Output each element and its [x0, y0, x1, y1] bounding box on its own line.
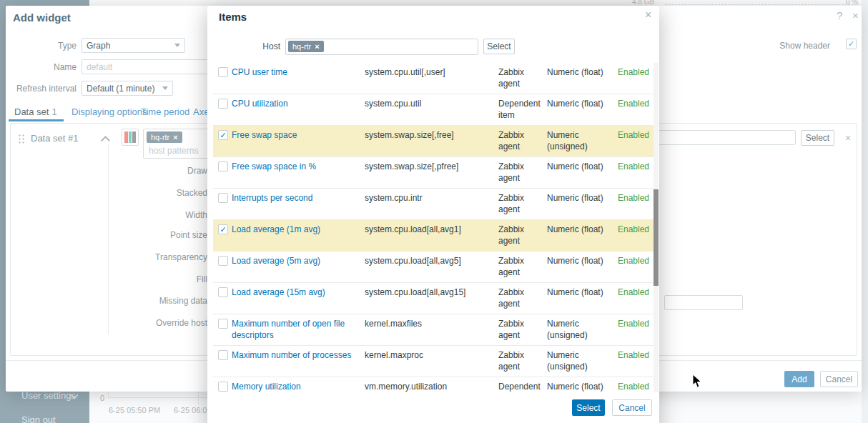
type-select[interactable]: Graph	[82, 38, 185, 53]
item-status: Enabled	[606, 381, 649, 392]
host-tag-label: hq-rtr	[151, 133, 169, 141]
dataset-row-label: Draw	[11, 166, 207, 176]
scrollbar-thumb[interactable]	[654, 189, 659, 286]
item-key: system.cpu.util[,user]	[365, 66, 495, 78]
item-checkbox[interactable]: ✓	[218, 130, 228, 140]
dataset-row-label: Stacked	[11, 188, 207, 198]
item-status: Enabled	[606, 98, 649, 109]
table-row: Free swap space in % system.swap.size[,p…	[213, 157, 654, 189]
dataset-row-label: Fill	[11, 274, 207, 284]
item-checkbox[interactable]	[218, 319, 228, 329]
chevron-down-icon	[174, 44, 180, 47]
item-name-link[interactable]: Maximum number of processes	[232, 349, 355, 361]
item-agent-type: Zabbix agent	[498, 224, 543, 247]
add-button[interactable]: Add	[784, 371, 814, 387]
tab-time-period[interactable]: Time period	[141, 106, 189, 117]
swatch-stripe	[124, 131, 128, 143]
name-input[interactable]	[82, 59, 226, 74]
item-checkbox[interactable]	[218, 67, 228, 77]
cancel-button[interactable]: Cancel	[820, 371, 858, 387]
chevron-up-icon[interactable]	[102, 136, 109, 142]
item-key: system.cpu.intr	[365, 192, 495, 204]
item-name-link[interactable]: Maximum number of open file descriptors	[232, 318, 355, 341]
host-tag-label: hq-rtr	[292, 42, 311, 51]
items-modal: Items × Host hq-rtr × Select CPU user ti…	[207, 6, 659, 423]
table-row: CPU utilization system.cpu.util Dependen…	[213, 94, 654, 126]
select-button[interactable]: Select	[572, 399, 605, 416]
tab-badge: 1	[51, 106, 56, 117]
table-row: CPU user time system.cpu.util[,user] Zab…	[213, 63, 654, 94]
name-label: Name	[9, 62, 77, 72]
tab-label: Data set	[14, 106, 49, 117]
table-row: Load average (5m avg) system.cpu.load[al…	[213, 252, 654, 283]
item-agent-type: Zabbix agent	[498, 349, 543, 372]
item-checkbox[interactable]	[218, 161, 228, 171]
item-name-link[interactable]: Interrupts per second	[232, 192, 355, 204]
item-value-type: Numeric (float)	[547, 192, 608, 204]
override-host-input[interactable]	[664, 295, 743, 310]
item-name-link[interactable]: CPU user time	[232, 66, 355, 78]
item-name-link[interactable]: CPU utilization	[232, 98, 355, 109]
help-icon[interactable]: ?	[837, 10, 842, 21]
item-key: system.cpu.load[all,avg5]	[365, 255, 495, 267]
item-checkbox[interactable]	[218, 382, 228, 392]
cancel-button[interactable]: Cancel	[612, 399, 652, 416]
refresh-interval-value: Default (1 minute)	[87, 84, 154, 94]
modal-title: Items	[219, 11, 247, 23]
item-name-link[interactable]: Memory utilization	[232, 381, 355, 392]
table-row: ✓ Free swap space system.swap.size[,free…	[213, 126, 654, 157]
table-row: ✓ Load average (1m avg) system.cpu.load[…	[213, 220, 654, 252]
scrollbar-track[interactable]	[654, 63, 659, 423]
dialog-title: Add widget	[13, 11, 71, 24]
table-row: Load average (15m avg) system.cpu.load[a…	[213, 283, 654, 314]
item-value-type: Numeric (float)	[547, 66, 608, 78]
item-agent-type: Zabbix agent	[498, 255, 543, 278]
item-agent-type: Dependent item	[498, 98, 543, 121]
item-agent-type: Zabbix agent	[498, 192, 543, 215]
refresh-interval-label: Refresh interval	[9, 84, 77, 94]
item-checkbox[interactable]	[218, 350, 228, 360]
item-name-link[interactable]: Load average (1m avg)	[232, 224, 355, 235]
item-name-link[interactable]: Free swap space in %	[232, 161, 355, 172]
dataset-row-label: Width	[11, 210, 207, 220]
modal-footer: Select Cancel	[207, 392, 659, 423]
table-row: Maximum number of processes kernel.maxpr…	[213, 346, 654, 377]
item-name-link[interactable]: Load average (15m avg)	[232, 287, 355, 298]
item-value-type: Numeric (float)	[547, 224, 608, 235]
dataset-row-label: Override host	[11, 318, 207, 328]
show-header-checkbox[interactable]: ✓	[846, 39, 857, 49]
item-name-link[interactable]: Load average (5m avg)	[232, 255, 355, 267]
item-name-link[interactable]: Free swap space	[232, 129, 355, 141]
item-checkbox[interactable]	[218, 256, 228, 266]
host-label: Host	[237, 41, 280, 51]
remove-icon[interactable]: ×	[173, 133, 177, 141]
item-checkbox[interactable]: ✓	[218, 224, 228, 234]
type-label: Type	[9, 41, 77, 51]
item-select-button[interactable]: Select	[801, 130, 834, 146]
item-checkbox[interactable]	[218, 287, 228, 297]
refresh-interval-select[interactable]: Default (1 minute)	[82, 81, 173, 96]
item-checkbox[interactable]	[218, 99, 228, 109]
item-checkbox[interactable]	[218, 193, 228, 203]
item-value-type: Numeric (float)	[547, 98, 608, 109]
swatch-stripe	[132, 131, 136, 143]
remove-icon[interactable]: ×	[315, 42, 319, 51]
item-status: Enabled	[606, 192, 649, 204]
color-picker-swatch[interactable]	[122, 129, 139, 146]
item-value-type: Numeric (float)	[547, 161, 608, 172]
item-value-type: Numeric (unsigned)	[547, 318, 608, 341]
tab-displaying-options[interactable]: Displaying options	[71, 106, 147, 117]
remove-row-icon[interactable]: ×	[845, 132, 851, 144]
item-key: system.cpu.load[all,avg15]	[365, 287, 495, 298]
show-header-label: Show header	[779, 41, 830, 51]
host-input[interactable]: hq-rtr ×	[285, 39, 478, 55]
item-key: kernel.maxproc	[365, 349, 495, 361]
item-status: Enabled	[606, 224, 649, 235]
close-icon[interactable]: ×	[645, 9, 651, 20]
drag-handle-icon[interactable]	[18, 134, 24, 144]
close-icon[interactable]: ×	[852, 10, 859, 21]
item-value-type: Numeric (float)	[547, 255, 608, 267]
host-select-button[interactable]: Select	[483, 39, 515, 54]
item-status: Enabled	[606, 129, 649, 141]
tab-data-set[interactable]: Data set1	[14, 106, 57, 117]
